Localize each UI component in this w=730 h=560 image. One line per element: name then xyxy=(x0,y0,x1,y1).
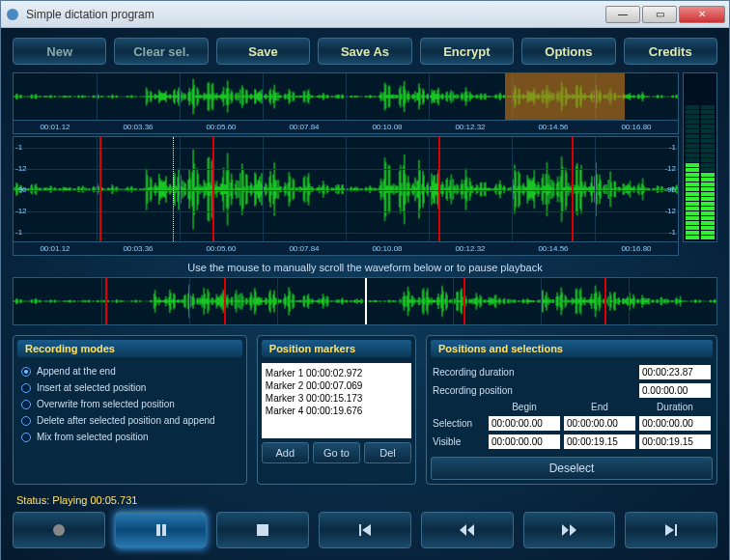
mode-label: Append at the end xyxy=(37,366,116,377)
rec-position-value: 0.00:00.00 xyxy=(639,383,711,398)
marker-item[interactable]: Marker 2 00:00:07.069 xyxy=(266,379,407,392)
svg-rect-3 xyxy=(162,524,166,536)
app-icon xyxy=(5,7,20,22)
visible-duration: 00:00:19.15 xyxy=(639,434,711,449)
waveform-main[interactable]: -1-1-12-12-96-96-12-12-1-1 xyxy=(13,136,679,242)
mode-label: Overwrite from selected position xyxy=(37,399,175,409)
recording-mode-option[interactable]: Overwrite from selected position xyxy=(17,396,242,412)
recording-mode-option[interactable]: Insert at selected position xyxy=(17,379,242,396)
main-time-ruler: 00:01.1200:03.3600:05.6000:07.8400:10.08… xyxy=(13,242,679,256)
time-tick: 00:10.08 xyxy=(372,244,402,253)
time-tick: 00:01.12 xyxy=(40,123,70,131)
position-markers-panel: Position markers Marker 1 00:00:02.972Ma… xyxy=(257,335,416,485)
window-title: Simple dictation program xyxy=(26,8,604,21)
encrypt-button[interactable]: Encrypt xyxy=(420,38,514,65)
position-markers-title: Position markers xyxy=(262,340,411,357)
playhead[interactable] xyxy=(365,278,367,324)
overview-selection[interactable] xyxy=(505,73,625,120)
window-minimize-button[interactable]: — xyxy=(605,6,640,23)
skip-start-button[interactable] xyxy=(319,512,411,548)
marker-add-button[interactable]: Add xyxy=(262,442,309,463)
pause-icon xyxy=(154,522,169,538)
mode-label: Mix from selected position xyxy=(37,432,149,442)
record-button[interactable] xyxy=(13,512,105,548)
visible-begin: 00:00:00.00 xyxy=(489,434,560,449)
time-tick: 00:10.08 xyxy=(372,123,402,131)
skip-end-button[interactable] xyxy=(625,512,717,548)
deselect-button[interactable]: Deselect xyxy=(431,457,713,480)
svg-rect-5 xyxy=(359,524,361,536)
radio-icon xyxy=(21,433,31,442)
marker-line[interactable] xyxy=(105,278,107,324)
new-button[interactable]: New xyxy=(13,38,106,65)
forward-icon xyxy=(560,522,577,538)
rewind-button[interactable] xyxy=(421,512,514,548)
clear-selection-button[interactable]: Clear sel. xyxy=(114,38,208,65)
window-titlebar: Simple dictation program — ▭ ✕ xyxy=(1,1,729,28)
svg-marker-9 xyxy=(562,524,569,536)
recording-mode-option[interactable]: Delete after selected position and appen… xyxy=(17,412,242,429)
selection-end: 00:00:00.00 xyxy=(564,416,635,431)
status-text: Status: Playing 00:05.731 xyxy=(13,494,717,506)
selection-begin: 00:00:00.00 xyxy=(489,416,560,431)
col-begin: Begin xyxy=(489,402,560,412)
recording-mode-option[interactable]: Append at the end xyxy=(17,363,242,379)
time-tick: 00:05.60 xyxy=(206,123,236,131)
skip-start-icon xyxy=(357,522,373,538)
marker-item[interactable]: Marker 1 00:00:02.972 xyxy=(266,367,407,379)
marker-item[interactable]: Marker 3 00:00:15.173 xyxy=(266,392,407,405)
svg-marker-8 xyxy=(467,524,474,536)
time-tick: 00:14.56 xyxy=(538,244,568,253)
window-close-button[interactable]: ✕ xyxy=(679,6,725,23)
time-tick: 00:03.36 xyxy=(123,244,153,253)
recording-modes-title: Recording modes xyxy=(17,340,242,357)
transport-bar xyxy=(13,512,717,548)
marker-line[interactable] xyxy=(572,137,574,241)
options-button[interactable]: Options xyxy=(521,38,615,65)
playhead[interactable] xyxy=(173,137,174,241)
marker-line[interactable] xyxy=(604,278,606,324)
credits-button[interactable]: Credits xyxy=(624,38,717,65)
time-tick: 00:16.80 xyxy=(621,244,651,253)
mode-label: Delete after selected position and appen… xyxy=(37,415,215,426)
positions-panel: Positions and selections Recording durat… xyxy=(426,335,717,485)
marker-goto-button[interactable]: Go to xyxy=(313,442,360,463)
forward-button[interactable] xyxy=(523,512,616,548)
marker-line[interactable] xyxy=(212,137,214,241)
time-tick: 00:16.80 xyxy=(621,123,651,131)
save-as-button[interactable]: Save As xyxy=(318,38,411,65)
selection-row-label: Selection xyxy=(433,418,485,429)
pause-button[interactable] xyxy=(115,512,208,548)
window-maximize-button[interactable]: ▭ xyxy=(642,6,677,23)
radio-icon xyxy=(21,400,31,409)
marker-line[interactable] xyxy=(438,137,440,241)
marker-line[interactable] xyxy=(463,278,465,324)
col-duration: Duration xyxy=(639,402,711,412)
markers-list[interactable]: Marker 1 00:00:02.972Marker 2 00:00:07.0… xyxy=(262,363,411,438)
waveform-scroll[interactable] xyxy=(13,277,717,325)
marker-delete-button[interactable]: Del xyxy=(364,442,411,463)
rec-duration-label: Recording duration xyxy=(433,367,633,378)
time-tick: 00:07.84 xyxy=(289,244,319,253)
recording-mode-option[interactable]: Mix from selected position xyxy=(17,429,242,445)
radio-icon xyxy=(21,383,31,393)
stop-button[interactable] xyxy=(216,512,309,548)
marker-line[interactable] xyxy=(99,137,101,241)
time-tick: 00:12.32 xyxy=(455,123,485,131)
svg-rect-4 xyxy=(257,524,268,536)
svg-marker-11 xyxy=(665,524,674,536)
scroll-hint: Use the mouse to manually scroll the wav… xyxy=(13,262,717,273)
visible-row-label: Visible xyxy=(433,436,485,447)
marker-line[interactable] xyxy=(224,278,226,324)
time-tick: 00:14.56 xyxy=(538,123,568,131)
rec-position-label: Recording position xyxy=(433,385,633,396)
svg-marker-6 xyxy=(362,524,371,536)
waveform-overview[interactable] xyxy=(13,72,679,121)
mode-label: Insert at selected position xyxy=(37,382,146,393)
save-button[interactable]: Save xyxy=(216,38,310,65)
overview-time-ruler: 00:01.1200:03.3600:05.6000:07.8400:10.08… xyxy=(13,121,679,134)
main-toolbar: New Clear sel. Save Save As Encrypt Opti… xyxy=(13,38,717,65)
svg-marker-7 xyxy=(460,524,466,536)
visible-end: 00:00:19.15 xyxy=(564,434,635,449)
marker-item[interactable]: Marker 4 00:00:19.676 xyxy=(266,405,407,417)
